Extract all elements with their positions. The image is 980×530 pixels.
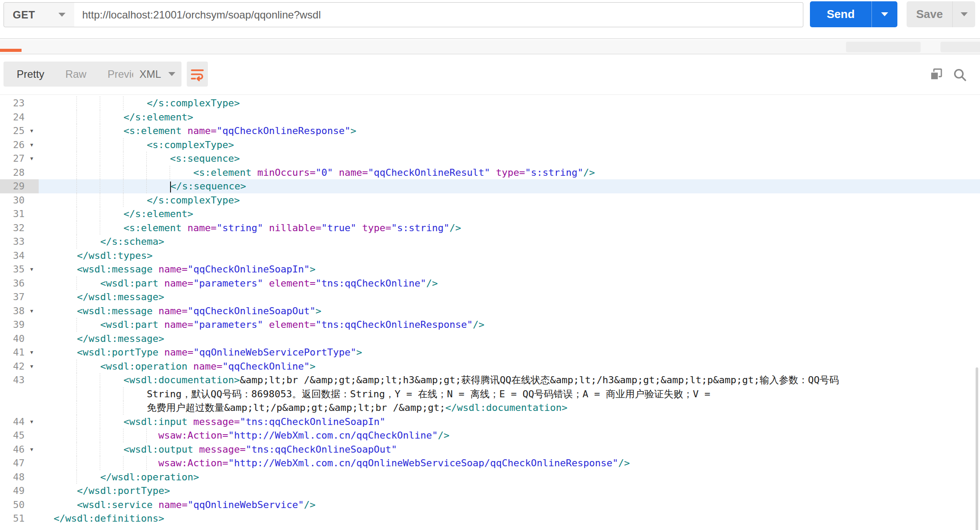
send-label: Send [827, 7, 855, 21]
token-text: &amp;lt;br /&amp;gt;&amp;lt;h3&amp;gt;获得… [240, 374, 839, 385]
code-line[interactable]: 37</wsdl:message> [0, 290, 980, 304]
scrollbar-thumb[interactable] [976, 367, 978, 530]
gutter [0, 387, 39, 401]
fold-toggle-icon[interactable]: ▾ [25, 304, 39, 318]
gutter: 32 [0, 221, 39, 235]
code-line[interactable]: 40</wsdl:message> [0, 332, 980, 346]
wrap-text-button[interactable] [187, 62, 208, 87]
token-tag: </s:complexType> [147, 98, 240, 109]
indent-guide [54, 415, 77, 429]
fold-toggle-icon[interactable]: ▾ [25, 138, 39, 152]
fold-toggle-icon[interactable]: ▾ [25, 152, 39, 166]
gutter: 34 [0, 249, 39, 263]
code-line[interactable]: String，默认QQ号码：8698053。返回数据：String，Y = 在线… [0, 387, 980, 401]
code-line[interactable]: 51</wsdl:definitions> [0, 512, 980, 526]
save-options-button[interactable] [952, 1, 975, 27]
token-val: "http://WebXml.com.cn/qqOnlineWebService… [228, 457, 618, 468]
token-val: "qqCheckOnline" [222, 361, 310, 372]
token-tag: <wsdl:output [123, 444, 193, 455]
code-line[interactable]: 46▾<wsdl:output message="tns:qqCheckOnli… [0, 443, 980, 457]
indent-guide [54, 387, 77, 401]
code-text: <wsdl:output message="tns:qqCheckOnlineS… [39, 443, 980, 457]
fold-toggle-icon[interactable]: ▾ [25, 262, 39, 276]
indent-guide [54, 235, 77, 249]
token-tag: </wsdl:types> [77, 250, 152, 261]
indent-guide [54, 152, 77, 166]
indent-guide [54, 179, 77, 193]
code-editor[interactable]: 23</s:complexType>24</s:element>25▾<s:el… [0, 94, 980, 530]
code-line[interactable]: 26▾<s:complexType> [0, 138, 980, 152]
code-line[interactable]: 45wsaw:Action="http://WebXml.com.cn/qqCh… [0, 428, 980, 443]
code-line[interactable]: 36<wsdl:part name="parameters" element="… [0, 276, 980, 290]
code-line[interactable]: 47wsaw:Action="http://WebXml.com.cn/qqOn… [0, 456, 980, 470]
code-line[interactable]: 25▾<s:element name="qqCheckOnlineRespons… [0, 124, 980, 138]
code-line[interactable]: 43<wsdl:documentation>&amp;lt;br /&amp;g… [0, 373, 980, 387]
indent-guide [123, 428, 147, 443]
indent-guide [54, 221, 77, 235]
tab-pretty[interactable]: Pretty [6, 62, 55, 87]
code-line[interactable]: 33</s:schema> [0, 235, 980, 249]
code-line[interactable]: 31</s:element> [0, 207, 980, 221]
send-button[interactable]: Send [810, 1, 871, 27]
token-val: "tns:qqCheckOnlineSoapOut" [246, 444, 397, 455]
code-line[interactable]: 27▾<s:sequence> [0, 152, 980, 166]
line-number: 42 [0, 361, 25, 372]
gutter: 43 [0, 373, 39, 387]
code-line[interactable]: 34</wsdl:types> [0, 249, 980, 263]
code-line[interactable]: 49</wsdl:portType> [0, 484, 980, 498]
token-tag: </wsdl:definitions> [54, 513, 164, 524]
search-button[interactable] [951, 66, 969, 83]
code-line[interactable]: 35▾<wsdl:message name="qqCheckOnlineSoap… [0, 262, 980, 276]
indent-guide [77, 401, 100, 415]
fold-toggle-icon[interactable]: ▾ [25, 359, 39, 374]
fold-toggle-icon[interactable]: ▾ [25, 345, 39, 359]
indent-guide [54, 166, 77, 180]
gutter: 48 [0, 470, 39, 484]
code-line[interactable]: 42▾<wsdl:operation name="qqCheckOnline"> [0, 359, 980, 374]
code-line[interactable]: 24</s:element> [0, 110, 980, 124]
code-line[interactable]: 41▾<wsdl:portType name="qqOnlineWebServi… [0, 345, 980, 359]
code-line[interactable]: 38▾<wsdl:message name="qqCheckOnlineSoap… [0, 304, 980, 318]
fold-toggle-icon[interactable]: ▾ [25, 415, 39, 429]
token-tag: > [310, 361, 316, 372]
fold-toggle-icon[interactable]: ▾ [25, 124, 39, 138]
send-options-button[interactable] [871, 1, 897, 27]
code-line[interactable]: 30</s:complexType> [0, 193, 980, 207]
indent-guide [77, 318, 100, 332]
token-val: "http://WebXml.com.cn/qqCheckOnline" [228, 430, 438, 441]
code-line[interactable]: 39<wsdl:part name="parameters" element="… [0, 318, 980, 332]
line-number: 26 [0, 139, 25, 150]
code-line[interactable]: 50<wsdl:service name="qqOnlineWebService… [0, 498, 980, 512]
token-val: "true" [321, 222, 356, 233]
code-text: <s:element name="string" nillable="true"… [39, 221, 980, 235]
tab-raw[interactable]: Raw [55, 62, 97, 87]
gutter: 23 [0, 96, 39, 110]
copy-button[interactable] [927, 66, 945, 83]
token-attr: wsaw:Action= [158, 430, 228, 441]
method-dropdown[interactable]: GET [4, 2, 75, 27]
token-attr: name= [158, 278, 193, 289]
token-tag: <wsdl:message [77, 264, 152, 275]
code-line[interactable]: 44▾<wsdl:input message="tns:qqCheckOnlin… [0, 415, 980, 429]
token-val: "qqCheckOnlineResult" [368, 167, 490, 178]
code-line[interactable]: 32<s:element name="string" nillable="tru… [0, 221, 980, 235]
token-val: "0" [316, 167, 333, 178]
save-button[interactable]: Save [907, 1, 952, 27]
code-line[interactable]: 23</s:complexType> [0, 96, 980, 110]
indent-guide [100, 166, 123, 180]
indent-guide [100, 193, 123, 207]
format-dropdown[interactable]: XML [133, 62, 181, 87]
indent-guide [77, 124, 100, 138]
token-tag: <wsdl:operation [100, 361, 188, 372]
gutter: 27▾ [0, 152, 39, 166]
fold-toggle-icon[interactable]: ▾ [25, 443, 39, 457]
token-attr: name= [158, 347, 193, 358]
code-line[interactable]: 29</s:sequence> [0, 179, 980, 193]
code-line[interactable]: 28<s:element minOccurs="0" name="qqCheck… [0, 166, 980, 180]
code-line[interactable]: 48</wsdl:operation> [0, 470, 980, 484]
url-input[interactable] [82, 9, 795, 21]
indent-guide [77, 138, 100, 152]
code-line[interactable]: 免费用户超过数量&amp;lt;/p&amp;gt;&amp;lt;br /&a… [0, 401, 980, 415]
indent-guide [100, 456, 123, 470]
chevron-down-icon [58, 13, 65, 17]
